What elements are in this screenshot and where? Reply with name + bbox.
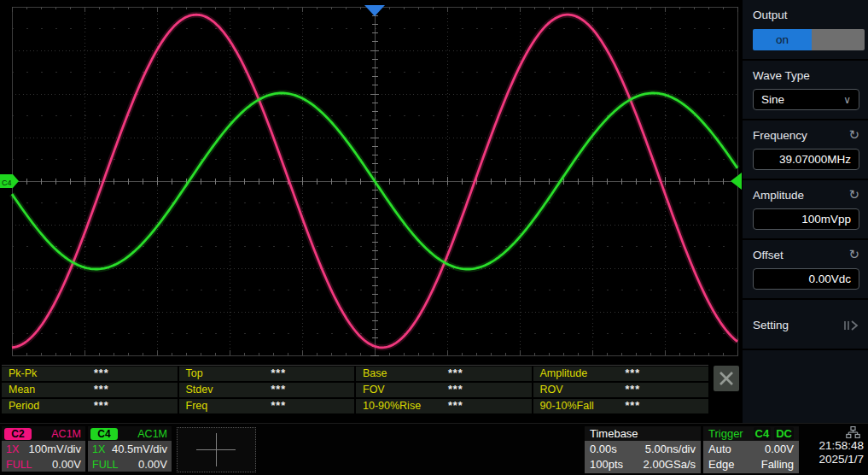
waveform-area: C4 xyxy=(0,0,742,363)
measurement-value: *** xyxy=(94,384,109,396)
offset-label: Offset xyxy=(753,249,784,261)
trigger-descriptor[interactable]: Trigger C4 DC Auto 0.00V Edge Falling xyxy=(703,426,799,473)
measurement-cell: 90-10%Fall*** xyxy=(533,399,709,413)
trigger-level: 0.00V xyxy=(765,443,794,455)
measurement-label: Top xyxy=(179,368,271,379)
channel-header: C2 AC1M xyxy=(2,426,85,441)
measurement-value: *** xyxy=(626,384,641,396)
trigger-row: Auto 0.00V xyxy=(703,441,799,456)
generator-sidebar: Output on Wave Type Sine ∨ Frequency ↻ 3… xyxy=(742,0,868,423)
timebase-rate: 2.00GSa/s xyxy=(644,458,696,471)
measurement-cell: Mean*** xyxy=(2,383,178,397)
frequency-refresh-icon[interactable]: ↻ xyxy=(848,130,859,141)
amplitude-section: Amplitude ↻ 100mVpp xyxy=(743,180,868,240)
measurements-panel: Pk-Pk*** Top*** Base*** Amplitude*** Mea… xyxy=(2,365,708,413)
output-toggle[interactable]: on xyxy=(753,29,865,50)
output-toggle-off[interactable] xyxy=(812,29,865,50)
measurement-label: Stdev xyxy=(179,384,271,396)
measurement-label: Period xyxy=(2,401,94,412)
measurement-value: *** xyxy=(94,368,109,379)
trigger-level-marker[interactable] xyxy=(731,173,742,190)
measurement-cell: 10-90%Rise*** xyxy=(356,399,532,413)
close-icon xyxy=(719,371,734,386)
frequency-field[interactable]: 39.07000MHz xyxy=(753,149,859,170)
wave-type-section: Wave Type Sine ∨ xyxy=(743,61,868,120)
channel-row: 1X 100mV/div xyxy=(2,442,85,456)
channel-row: FULL 0.00V xyxy=(88,457,172,472)
measurement-cell: Period*** xyxy=(2,399,178,413)
clock-date: 2025/1/7 xyxy=(818,453,864,466)
channel-offset: 0.00V xyxy=(52,458,81,471)
trigger-position-marker[interactable] xyxy=(364,5,385,16)
clock-time: 21:58:48 xyxy=(818,439,864,453)
wave-type-label: Wave Type xyxy=(753,69,859,82)
channel-offset: 0.00V xyxy=(138,458,167,471)
trigger-slope: Falling xyxy=(761,458,794,471)
measurement-value: *** xyxy=(448,384,463,396)
amplitude-field[interactable]: 100mVpp xyxy=(753,208,859,230)
measurement-label: Base xyxy=(356,368,448,379)
measurement-value: *** xyxy=(626,401,641,412)
wave-type-select[interactable]: Sine ∨ xyxy=(753,89,859,110)
channel-coupling: AC1M xyxy=(51,428,81,440)
status-bar: C2 AC1M 1X 100mV/div FULL 0.00V C4 AC1M … xyxy=(0,423,868,475)
chevron-down-icon: ∨ xyxy=(843,94,851,106)
channel-probe: 1X xyxy=(6,443,19,455)
add-channel-box[interactable] xyxy=(177,427,256,472)
clock-area: 21:58:48 2025/1/7 xyxy=(801,425,867,466)
channel-scale: 40.5mV/div xyxy=(112,443,167,455)
measurement-value: *** xyxy=(448,401,463,412)
channel-c2-descriptor[interactable]: C2 AC1M 1X 100mV/div FULL 0.00V xyxy=(2,426,85,472)
offset-field[interactable]: 0.00Vdc xyxy=(753,268,859,290)
channel-scale: 100mV/div xyxy=(29,443,81,455)
channel-badge: C2 xyxy=(4,428,32,440)
timebase-row: 0.00s 5.00ns/div xyxy=(585,441,701,456)
measurement-value: *** xyxy=(94,401,109,412)
setting-row[interactable]: Setting xyxy=(743,300,868,350)
measurement-label: Amplitude xyxy=(533,368,626,379)
channel-badge: C4 xyxy=(90,428,118,440)
channel-bandwidth: FULL xyxy=(6,459,32,471)
frequency-section: Frequency ↻ 39.07000MHz xyxy=(743,120,868,180)
measurement-label: 90-10%Fall xyxy=(533,401,626,412)
measurement-value: *** xyxy=(271,368,287,379)
measurement-cell: Freq*** xyxy=(179,399,355,413)
measurement-label: ROV xyxy=(533,384,626,396)
setting-expand-icon xyxy=(842,320,859,331)
measurement-cell: Top*** xyxy=(179,367,355,381)
measurement-label: Freq xyxy=(179,401,271,412)
measurement-cell: Pk-Pk*** xyxy=(2,367,178,381)
measurements-close-button[interactable] xyxy=(714,366,739,391)
timebase-row: 100pts 2.00GSa/s xyxy=(585,456,701,472)
frequency-label: Frequency xyxy=(753,129,807,142)
offset-refresh-icon[interactable]: ↻ xyxy=(848,249,859,261)
trigger-source: C4 xyxy=(754,427,772,440)
channel-bandwidth: FULL xyxy=(92,459,119,471)
measurement-label: 10-90%Rise xyxy=(356,401,448,412)
measurement-cell: FOV*** xyxy=(356,383,532,397)
oscilloscope-screen: C4 Pk-Pk*** Top*** Base*** Amplitude*** … xyxy=(0,0,868,475)
trigger-row: Edge Falling xyxy=(703,456,799,472)
output-section: Output on xyxy=(743,0,868,61)
channel-header: C4 AC1M xyxy=(88,426,172,441)
measurement-label: FOV xyxy=(356,384,448,396)
wave-type-value: Sine xyxy=(761,93,784,106)
amplitude-label: Amplitude xyxy=(753,189,804,202)
timebase-title: Timebase xyxy=(590,427,638,440)
offset-value: 0.00Vdc xyxy=(808,273,851,285)
trigger-source-coupling: C4 DC xyxy=(754,427,794,440)
network-icon xyxy=(846,426,860,438)
output-toggle-on[interactable]: on xyxy=(753,29,812,50)
channel-c4-descriptor[interactable]: C4 AC1M 1X 40.5mV/div FULL 0.00V xyxy=(88,426,172,472)
channel-row: FULL 0.00V xyxy=(2,457,85,472)
channel-coupling: AC1M xyxy=(137,428,167,440)
amplitude-refresh-icon[interactable]: ↻ xyxy=(848,190,859,201)
channel-probe: 1X xyxy=(92,443,105,455)
timebase-delay: 0.00s xyxy=(590,443,617,455)
channel-row: 1X 40.5mV/div xyxy=(88,442,172,456)
timebase-descriptor[interactable]: Timebase 0.00s 5.00ns/div 100pts 2.00GSa… xyxy=(585,426,701,473)
trigger-mode: Auto xyxy=(708,443,731,455)
output-label: Output xyxy=(753,9,859,21)
trigger-coupling: DC xyxy=(774,427,794,440)
measurement-label: Pk-Pk xyxy=(2,368,94,379)
